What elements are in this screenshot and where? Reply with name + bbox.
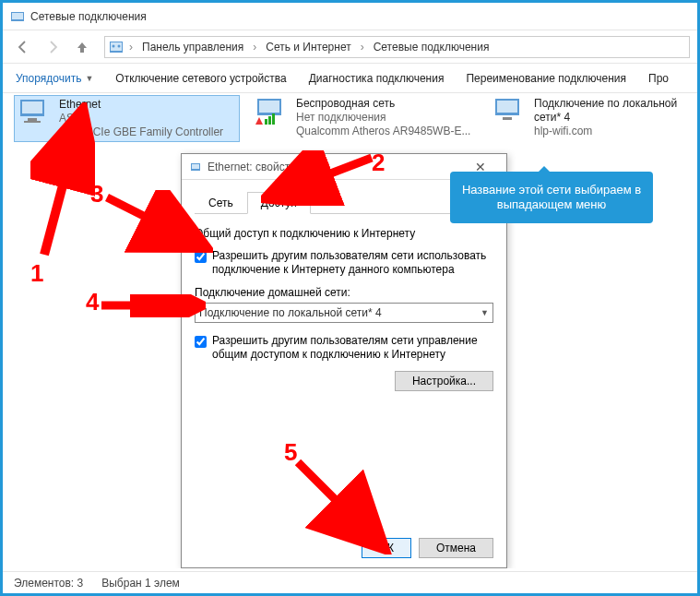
annotation-3: 3 — [90, 180, 103, 209]
status-selected-count: Выбран 1 элем — [101, 577, 180, 590]
connection-device: Qualcomm Atheros AR9485WB-E... — [296, 125, 470, 138]
svg-rect-12 — [265, 119, 267, 125]
more-commands[interactable]: Про — [648, 72, 669, 85]
settings-button[interactable]: Настройка... — [395, 371, 493, 391]
adapter-icon — [189, 161, 202, 173]
annotation-4: 4 — [86, 288, 99, 316]
connection-status: ASUS — [59, 112, 223, 125]
dialog-title: Ethernet: свойства — [208, 161, 302, 173]
breadcrumb-item[interactable]: Сеть и Интернет — [260, 39, 356, 55]
svg-rect-17 — [503, 117, 512, 120]
annotation-1: 1 — [30, 259, 43, 288]
connection-device: hlp-wifi.com — [534, 125, 685, 138]
connection-device: altek PCIe GBE Family Controller — [59, 125, 223, 139]
connection-name: Ethernet — [59, 98, 223, 112]
diagnose-button[interactable]: Диагностика подключения — [309, 72, 445, 85]
control-panel-icon — [109, 40, 124, 54]
cancel-button[interactable]: Отмена — [419, 538, 493, 558]
status-bar: Элементов: 3 Выбран 1 элем — [3, 571, 697, 593]
svg-point-4 — [113, 44, 115, 47]
connection-name: Беспроводная сеть — [296, 97, 470, 111]
svg-rect-16 — [497, 101, 517, 113]
hint-callout: Название этой сети выбираем в выпадающем… — [450, 172, 653, 223]
tab-network[interactable]: Сеть — [195, 192, 247, 214]
organize-menu[interactable]: Упорядочить▼ — [16, 72, 93, 85]
svg-rect-7 — [22, 101, 42, 113]
svg-rect-9 — [24, 121, 41, 123]
connection-name: Подключение по локальной сети* 4 — [534, 97, 685, 125]
lan-icon — [492, 97, 527, 126]
window-title: Сетевые подключения — [30, 10, 147, 23]
breadcrumb-item[interactable]: Сетевые подключения — [368, 39, 495, 55]
breadcrumb-item[interactable]: Панель управления — [136, 39, 249, 55]
annotation-5: 5 — [284, 438, 297, 467]
ethernet-icon — [17, 98, 52, 127]
connection-local[interactable]: Подключение по локальной сети* 4 hlp-wif… — [492, 97, 685, 138]
navigation-bar: › Панель управления › Сеть и Интернет › … — [3, 30, 697, 64]
tab-sharing[interactable]: Доступ — [247, 192, 311, 214]
rename-button[interactable]: Переименование подключения — [466, 72, 626, 85]
content-area: Ethernet ASUS altek PCIe GBE Family Cont… — [3, 93, 697, 568]
disable-device-button[interactable]: Отключение сетевого устройства — [115, 72, 286, 85]
home-network-label: Подключение домашней сети: — [195, 286, 493, 299]
command-bar: Упорядочить▼ Отключение сетевого устройс… — [3, 64, 697, 93]
ok-button[interactable]: ОК — [362, 538, 411, 558]
svg-rect-14 — [272, 113, 275, 125]
annotation-2: 2 — [372, 149, 385, 177]
up-button[interactable] — [69, 34, 95, 60]
svg-rect-11 — [259, 101, 279, 113]
svg-rect-19 — [192, 164, 199, 169]
chevron-down-icon: ▼ — [85, 74, 93, 83]
connection-wireless[interactable]: Беспроводная сеть Нет подключения Qualco… — [254, 97, 480, 138]
chevron-right-icon: › — [251, 41, 258, 54]
address-bar[interactable]: › Панель управления › Сеть и Интернет › … — [104, 36, 690, 58]
allow-sharing-label: Разрешить другим пользователям сети испо… — [212, 249, 493, 277]
wireless-icon — [254, 97, 289, 126]
chevron-right-icon: › — [359, 41, 366, 54]
svg-point-5 — [118, 44, 121, 47]
back-button[interactable] — [10, 34, 36, 60]
svg-rect-1 — [12, 13, 23, 19]
window-titlebar: Сетевые подключения — [3, 3, 697, 30]
svg-rect-13 — [268, 116, 271, 125]
allow-control-checkbox[interactable] — [195, 336, 207, 348]
combo-value: Подключение по локальной сети* 4 — [199, 306, 382, 319]
allow-sharing-checkbox[interactable] — [195, 251, 207, 263]
network-folder-icon — [10, 9, 25, 24]
chevron-right-icon: › — [127, 41, 135, 54]
connection-ethernet[interactable]: Ethernet ASUS altek PCIe GBE Family Cont… — [14, 95, 240, 142]
allow-control-label: Разрешить другим пользователям сети упра… — [212, 334, 493, 362]
group-title: Общий доступ к подключению к Интернету — [195, 227, 493, 240]
connection-status: Нет подключения — [296, 111, 470, 125]
home-network-combo[interactable]: Подключение по локальной сети* 4 ▼ — [195, 303, 493, 323]
status-element-count: Элементов: 3 — [14, 577, 83, 590]
forward-button[interactable] — [40, 34, 65, 60]
chevron-down-icon: ▼ — [481, 308, 489, 317]
svg-rect-8 — [28, 118, 37, 121]
dialog-tabs: Сеть Доступ — [195, 191, 493, 214]
